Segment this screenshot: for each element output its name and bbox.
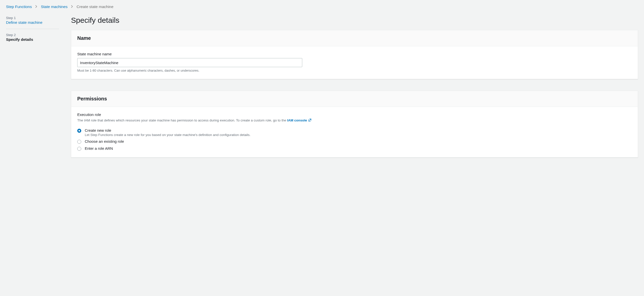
radio-label: Create new role (85, 128, 250, 132)
radio-choose-existing-role[interactable]: Choose an existing role (77, 139, 632, 144)
radio-label: Enter a role ARN (85, 146, 113, 151)
page-title: Specify details (71, 16, 638, 25)
radio-create-new-role[interactable]: Create new role Let Step Functions creat… (77, 128, 632, 137)
main-content: Specify details Name State machine name … (71, 16, 638, 169)
panel-heading: Name (77, 35, 632, 41)
panel-heading: Permissions (77, 96, 632, 102)
external-link-icon (308, 118, 312, 123)
breadcrumb-link-step-functions[interactable]: Step Functions (6, 5, 32, 9)
execution-role-radio-group: Create new role Let Step Functions creat… (77, 128, 632, 151)
breadcrumb-link-state-machines[interactable]: State machines (41, 5, 68, 9)
radio-label: Choose an existing role (85, 139, 124, 143)
wizard-step-title: Define state machine (6, 20, 59, 25)
wizard-step-num: Step 2 (6, 33, 59, 37)
iam-console-link[interactable]: IAM console (287, 118, 312, 122)
radio-desc: Let Step Functions create a new role for… (85, 133, 250, 137)
breadcrumb: Step Functions State machines Create sta… (6, 5, 638, 9)
panel-header: Permissions (71, 91, 638, 107)
chevron-right-icon (71, 5, 73, 9)
name-panel: Name State machine name Must be 1-80 cha… (71, 30, 638, 79)
wizard-step-num: Step 1 (6, 16, 59, 20)
state-machine-name-hint: Must be 1-80 characters. Can use alphanu… (77, 69, 632, 72)
radio-icon (77, 140, 81, 144)
wizard-step-title: Specify details (6, 37, 59, 42)
wizard-step-1[interactable]: Step 1 Define state machine (6, 16, 59, 29)
wizard-nav: Step 1 Define state machine Step 2 Speci… (6, 16, 59, 46)
breadcrumb-current: Create state machine (76, 5, 113, 9)
state-machine-name-label: State machine name (77, 52, 632, 56)
state-machine-name-input[interactable] (77, 58, 302, 67)
radio-icon (77, 129, 81, 133)
radio-icon (77, 147, 81, 151)
chevron-right-icon (35, 5, 37, 9)
execution-role-desc: The IAM role that defines which resource… (77, 118, 632, 123)
panel-header: Name (71, 30, 638, 46)
wizard-step-2: Step 2 Specify details (6, 33, 59, 46)
execution-role-label: Execution role (77, 112, 632, 117)
radio-enter-role-arn[interactable]: Enter a role ARN (77, 146, 632, 151)
permissions-panel: Permissions Execution role The IAM role … (71, 91, 638, 158)
